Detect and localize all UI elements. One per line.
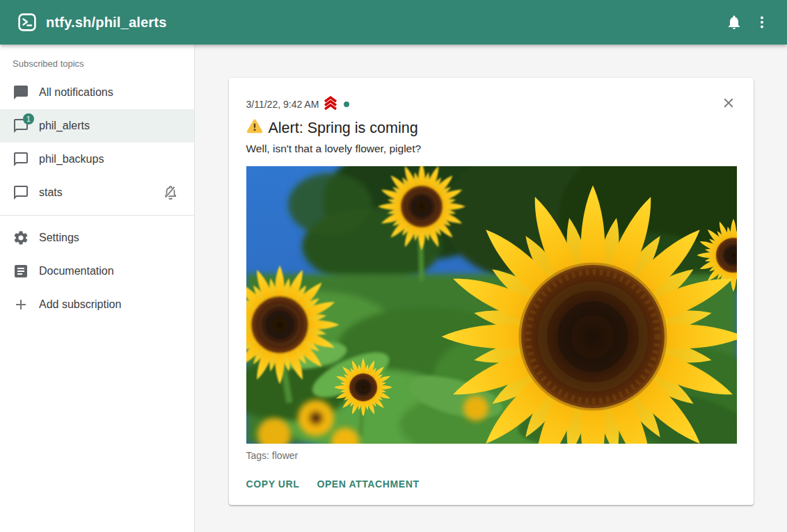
open-attachment-button[interactable]: OPEN ATTACHMENT: [317, 476, 419, 492]
sidebar: Subscribed topics All notifications 1 ph…: [0, 45, 195, 532]
notification-meta: 3/11/22, 9:42 AM: [246, 96, 737, 112]
attachment-image-sunflower-photo[interactable]: [246, 166, 737, 444]
chat-bubble-filled-icon: [13, 84, 29, 101]
notification-title-row: Alert: Spring is coming: [246, 118, 737, 138]
close-icon: [721, 95, 736, 111]
sidebar-item-label: phil_alerts: [39, 120, 183, 132]
gear-icon: [13, 229, 29, 246]
close-notification-button[interactable]: [719, 93, 738, 113]
subscribed-topics-label: Subscribed topics: [0, 50, 194, 76]
chat-bubble-outline-icon: [13, 184, 29, 201]
sidebar-item-documentation[interactable]: Documentation: [0, 255, 194, 288]
sidebar-divider: [0, 215, 194, 216]
sidebar-item-label: phil_backups: [39, 153, 183, 166]
sidebar-item-phil-alerts[interactable]: 1 phil_alerts: [0, 109, 194, 143]
kebab-menu-icon: [754, 14, 770, 31]
overflow-menu-button[interactable]: [748, 8, 776, 36]
sidebar-item-label: All notifications: [39, 86, 183, 99]
tags-line: Tags: flower: [246, 450, 737, 461]
notification-title: Alert: Spring is coming: [269, 120, 418, 137]
page-title: ntfy.sh/phil_alerts: [46, 15, 166, 31]
article-icon: [13, 263, 29, 280]
sidebar-item-settings[interactable]: Settings: [0, 221, 194, 255]
chat-bubble-outline-icon: [13, 151, 29, 168]
terminal-icon: [18, 13, 36, 31]
copy-url-button[interactable]: COPY URL: [246, 476, 300, 492]
notification-body: Well, isn't that a lovely flower, piglet…: [246, 143, 737, 155]
notifications-button[interactable]: [720, 8, 748, 36]
unread-count-badge: 1: [23, 113, 34, 124]
main-content: 3/11/22, 9:42 AM: [195, 45, 787, 532]
chat-bubble-outline-icon: 1: [13, 118, 29, 134]
sidebar-item-label: Documentation: [39, 265, 183, 277]
notification-timestamp: 3/11/22, 9:42 AM: [246, 99, 319, 110]
sidebar-item-label: stats: [39, 186, 162, 199]
sidebar-item-phil-backups[interactable]: phil_backups: [0, 143, 194, 176]
sidebar-item-add-subscription[interactable]: Add subscription: [0, 288, 194, 321]
bell-icon: [726, 14, 742, 31]
card-actions: COPY URL OPEN ATTACHMENT: [246, 476, 737, 492]
notification-card: 3/11/22, 9:42 AM: [229, 78, 754, 505]
priority-max-icon: [323, 96, 338, 112]
unread-dot: [344, 102, 349, 107]
sidebar-item-stats[interactable]: stats: [0, 176, 194, 209]
notifications-off-icon: [162, 184, 179, 201]
app-bar: ntfy.sh/phil_alerts: [0, 0, 787, 45]
sidebar-item-label: Settings: [39, 232, 183, 244]
sidebar-item-label: Add subscription: [39, 298, 183, 311]
warning-triangle-emoji: [246, 118, 263, 138]
sidebar-item-all-notifications[interactable]: All notifications: [0, 76, 194, 109]
plus-icon: [13, 296, 29, 313]
